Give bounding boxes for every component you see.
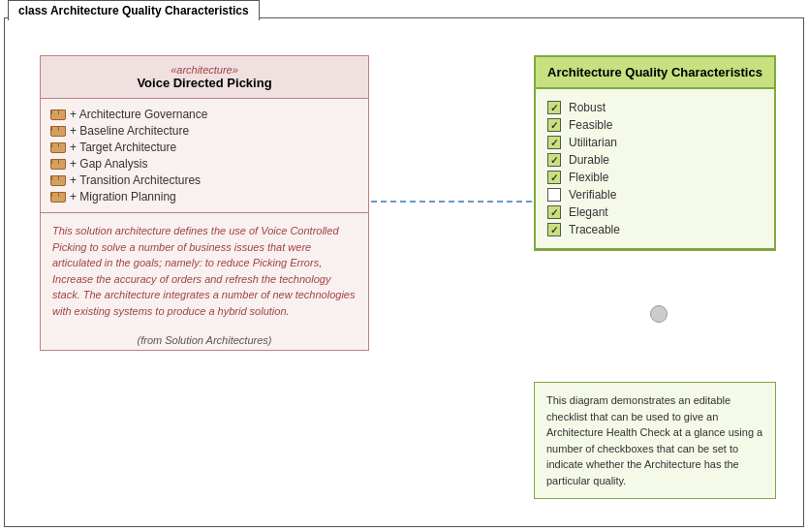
quality-item: Durable: [547, 153, 762, 167]
quality-header: Architecture Quality Characteristics: [536, 57, 774, 89]
folder-icon: [50, 110, 64, 120]
note-text: This diagram demonstrates an editable ch…: [546, 394, 762, 486]
quality-label: Elegant: [569, 205, 608, 219]
class-attributes: + Architecture Governance+ Baseline Arch…: [41, 99, 368, 213]
quality-checkbox[interactable]: [547, 171, 561, 184]
attribute-item: + Baseline Architecture: [50, 124, 358, 138]
attribute-label: + Migration Planning: [70, 190, 176, 203]
quality-item: Elegant: [547, 205, 762, 219]
attribute-item: + Migration Planning: [50, 190, 358, 203]
stereotype-label: «architecture»: [52, 64, 357, 76]
attribute-label: + Architecture Governance: [70, 108, 207, 121]
quality-item: Flexible: [547, 171, 762, 184]
quality-item: Robust: [547, 101, 762, 114]
class-name: Voice Directed Picking: [52, 76, 357, 90]
quality-label: Feasible: [569, 118, 612, 132]
quality-checkbox[interactable]: [547, 188, 561, 202]
quality-label: Verifiable: [569, 188, 616, 202]
quality-checkbox[interactable]: [547, 223, 561, 236]
attribute-item: + Gap Analysis: [50, 157, 358, 171]
quality-items: RobustFeasibleUtilitarianDurableFlexible…: [536, 89, 774, 248]
quality-label: Durable: [569, 153, 609, 167]
folder-icon: [50, 142, 64, 153]
note-box: This diagram demonstrates an editable ch…: [534, 382, 776, 499]
quality-checkbox[interactable]: [547, 153, 561, 167]
attribute-label: + Transition Architectures: [70, 173, 201, 187]
folder-icon: [50, 192, 64, 203]
quality-checkbox[interactable]: [547, 101, 561, 114]
from-label: (from Solution Architectures): [41, 334, 368, 346]
connector-circle: [650, 305, 668, 323]
quality-item: Feasible: [547, 118, 762, 132]
attribute-label: + Target Architecture: [70, 141, 176, 154]
class-header: «architecture» Voice Directed Picking: [41, 56, 368, 99]
quality-label: Utilitarian: [569, 136, 617, 149]
attribute-label: + Gap Analysis: [70, 157, 147, 171]
quality-item: Verifiable: [547, 188, 762, 202]
attribute-item: + Target Architecture: [50, 141, 358, 154]
attribute-label: + Baseline Architecture: [70, 124, 189, 138]
folder-icon: [50, 175, 64, 186]
attribute-item: + Architecture Governance: [50, 108, 358, 121]
arrow-line: [371, 201, 561, 203]
quality-label: Robust: [569, 101, 606, 114]
class-notes: This solution architecture defines the u…: [41, 213, 368, 329]
quality-item: Traceable: [547, 223, 762, 236]
quality-separator: [536, 248, 774, 249]
quality-checkbox[interactable]: [547, 136, 561, 149]
quality-checkbox[interactable]: [547, 205, 561, 219]
tab-label: class Architecture Quality Characteristi…: [8, 0, 260, 20]
folder-icon: [50, 126, 64, 137]
class-box: «architecture» Voice Directed Picking + …: [40, 55, 369, 351]
quality-item: Utilitarian: [547, 136, 762, 149]
folder-icon: [50, 159, 64, 170]
quality-box: Architecture Quality Characteristics Rob…: [534, 55, 776, 251]
quality-checkbox[interactable]: [547, 118, 561, 132]
quality-label: Traceable: [569, 223, 620, 236]
main-panel: «architecture» Voice Directed Picking + …: [4, 17, 804, 527]
attribute-item: + Transition Architectures: [50, 173, 358, 187]
quality-label: Flexible: [569, 171, 608, 184]
